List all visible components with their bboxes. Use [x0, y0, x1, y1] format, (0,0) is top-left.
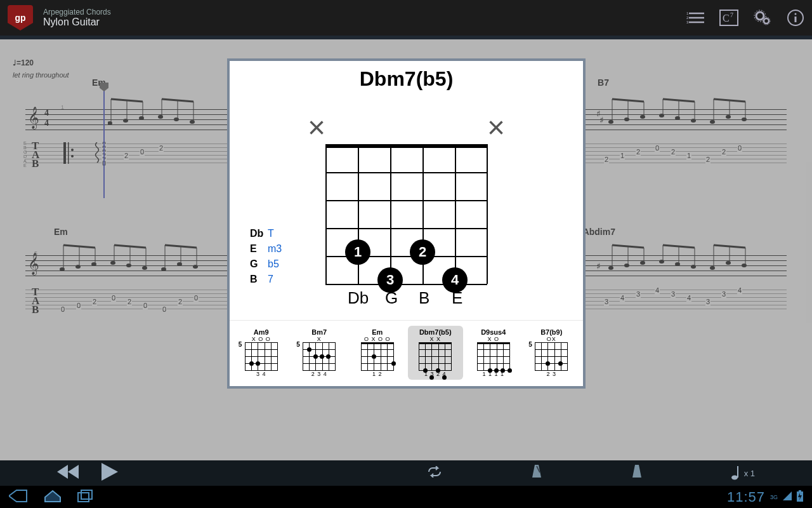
svg-marker-105	[632, 465, 641, 478]
chord-thumb-dbm7b5[interactable]: Dbm7(b5) X X 1 3 2 4	[408, 326, 464, 380]
chord-thumb-b7b9[interactable]: B7(b9) OX 5 2 3	[524, 326, 580, 380]
chord-name-title: Dbm7(b5)	[230, 61, 583, 91]
svg-text:7: 7	[730, 11, 733, 18]
string-note-label: G	[385, 288, 398, 308]
header-titles: Arpeggiated Chords Nylon Guitar	[43, 8, 686, 28]
network-label: 3G	[770, 494, 778, 500]
settings-icon[interactable]	[754, 10, 771, 26]
chord-detail-modal: Dbm7(b5) DbT Em3 Gb5 B7 × × 1 2 3 4 Db G	[227, 58, 586, 389]
fretboard-diagram: × × 1 2 3 4	[325, 110, 487, 284]
chord-note-list: DbT Em3 Gb5 B7	[250, 226, 282, 287]
svg-text:1: 1	[686, 11, 689, 15]
svg-point-11	[764, 18, 769, 23]
chord-thumbnail-strip: Am9 X O O 5 3 4 Bm7 X 5 2 3 4	[230, 320, 583, 386]
back-icon[interactable]	[9, 490, 28, 505]
header-title: Nylon Guitar	[43, 17, 686, 28]
svg-marker-102	[102, 463, 118, 481]
mute-x-icon: ×	[308, 110, 325, 145]
chord-icon[interactable]: C 7	[719, 10, 738, 26]
chord-thumb-am9[interactable]: Am9 X O O 5 3 4	[233, 326, 289, 380]
svg-point-14	[795, 13, 797, 15]
string-note-label: E	[452, 288, 462, 308]
metronome-icon[interactable]	[531, 465, 542, 481]
svg-marker-108	[9, 490, 27, 502]
rewind-icon[interactable]	[57, 465, 79, 481]
battery-icon	[797, 490, 803, 504]
chord-thumb-bm7[interactable]: Bm7 X 5 2 3 4	[292, 326, 348, 380]
speed-control[interactable]: x 1	[731, 466, 755, 480]
header-divider	[0, 36, 812, 39]
svg-rect-107	[737, 466, 738, 478]
svg-rect-109	[78, 493, 89, 502]
svg-point-9	[756, 12, 764, 20]
tracks-icon[interactable]: 1 2 3	[686, 11, 704, 25]
svg-marker-100	[57, 465, 68, 479]
playback-controls: x 1	[0, 460, 812, 486]
loop-icon[interactable]	[427, 466, 442, 480]
svg-point-106	[731, 476, 738, 480]
mute-x-icon: ×	[487, 110, 505, 145]
countdown-icon[interactable]	[631, 465, 643, 481]
string-note-label: Db	[348, 288, 369, 308]
svg-text:C: C	[723, 13, 730, 23]
svg-text:2: 2	[686, 16, 689, 20]
svg-rect-112	[799, 490, 801, 491]
svg-text:3: 3	[686, 20, 689, 24]
recents-icon[interactable]	[77, 490, 94, 505]
info-icon[interactable]	[787, 9, 804, 27]
svg-marker-111	[783, 491, 792, 500]
finger-dot: 1	[345, 239, 370, 265]
string-note-label: B	[419, 288, 429, 308]
home-icon[interactable]	[44, 490, 61, 505]
header-subtitle: Arpeggiated Chords	[43, 8, 686, 17]
finger-dot: 2	[410, 239, 435, 265]
clock[interactable]: 11:57	[727, 489, 765, 505]
app-logo: gp	[8, 5, 33, 30]
chord-thumb-d9sus4[interactable]: D9sus4 X O 1 1 1 1	[466, 326, 521, 380]
svg-rect-110	[81, 490, 92, 499]
chord-thumb-em[interactable]: Em O X O O 1 2	[350, 326, 405, 380]
svg-marker-101	[68, 465, 79, 479]
signal-icon	[783, 491, 792, 503]
app-header: gp Arpeggiated Chords Nylon Guitar 1 2 3…	[0, 0, 812, 36]
system-nav-bar: 11:57 3G	[0, 486, 812, 508]
play-icon[interactable]	[102, 463, 118, 483]
